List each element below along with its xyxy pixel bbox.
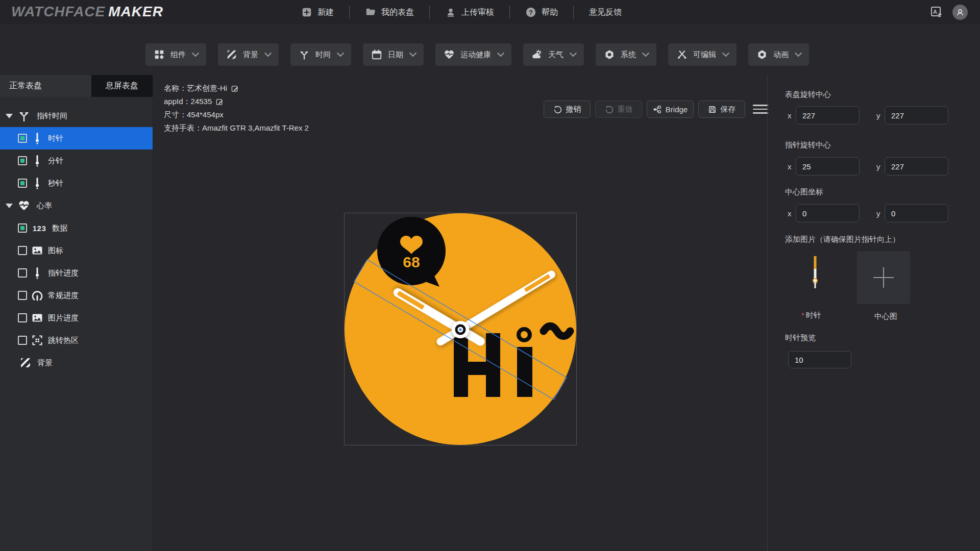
layer-row-normal-progress[interactable]: 常规进度: [0, 284, 153, 307]
layer-row-background[interactable]: 背景: [0, 352, 153, 374]
layer-row-icon[interactable]: 图标: [0, 239, 153, 262]
hand-center-y-input[interactable]: [885, 157, 948, 176]
topbar-right: A: [930, 0, 968, 24]
visibility-checkbox[interactable]: [18, 156, 27, 165]
redo-label: 重做: [618, 105, 633, 114]
hour-hand-image: [789, 251, 842, 304]
layers-sidebar: 正常表盘 息屏表盘 指针时间 时针 分针 秒针: [0, 75, 153, 551]
toolbar-background-label: 背景: [243, 50, 258, 60]
nav-my-watchfaces-label: 我的表盘: [381, 7, 414, 18]
toolbar-background-button[interactable]: 背景: [218, 43, 279, 66]
center-image-slot-label: 中心图: [874, 312, 897, 321]
tab-aod-watchface[interactable]: 息屏表盘: [91, 75, 153, 97]
user-avatar[interactable]: [952, 5, 968, 20]
visibility-checkbox[interactable]: [18, 179, 27, 188]
nav-help-label: 帮助: [542, 7, 558, 18]
chevron-down-icon: [722, 49, 729, 57]
nav-feedback[interactable]: 意见反馈: [574, 0, 637, 24]
caret-down-icon[interactable]: [6, 204, 13, 208]
edit-tools-icon: [676, 49, 688, 60]
nav-help[interactable]: ? 帮助: [510, 0, 573, 24]
group-heart-rate[interactable]: 心率: [0, 194, 153, 217]
layer-row-jump-hotspot[interactable]: 跳转热区: [0, 329, 153, 352]
toolbar-components-button[interactable]: 组件: [145, 43, 206, 66]
required-mark: *: [801, 311, 804, 319]
person-icon: [955, 8, 965, 17]
center-image-y-input[interactable]: [885, 204, 948, 222]
menu-icon[interactable]: [753, 102, 768, 117]
hotspot-icon: [31, 334, 43, 346]
visibility-checkbox[interactable]: [18, 268, 27, 278]
caret-down-icon[interactable]: [6, 114, 13, 118]
bridge-icon: [653, 105, 662, 114]
visibility-checkbox[interactable]: [18, 223, 27, 233]
heart-icon: [444, 49, 455, 60]
hand-center-x-input[interactable]: [796, 157, 860, 176]
chevron-down-icon: [264, 49, 272, 57]
edit-icon[interactable]: [216, 98, 224, 106]
topbar: WATCHFACEMAKER 新建 我的表盘 上传审核 ? 帮助: [0, 0, 980, 24]
nav-my-watchfaces[interactable]: 我的表盘: [350, 0, 429, 24]
toolbar-weather-button[interactable]: 天气: [523, 43, 584, 66]
toolbar-date-button[interactable]: 日期: [363, 43, 424, 66]
translate-icon[interactable]: A: [930, 6, 943, 19]
nav-new-label: 新建: [317, 7, 334, 18]
layer-row-pointer-progress[interactable]: 指针进度: [0, 262, 153, 284]
layer-row-minute-hand[interactable]: 分针: [0, 149, 153, 172]
undo-button[interactable]: 撤销: [544, 101, 591, 118]
layer-row-image-progress[interactable]: 图片进度: [0, 307, 153, 329]
add-center-image-button[interactable]: [857, 251, 910, 304]
logo-primary: WATCHFACE: [11, 4, 105, 19]
toolbar-editable-button[interactable]: 可编辑: [668, 43, 737, 66]
stripes-icon: [19, 357, 32, 369]
bridge-button[interactable]: Bridge: [647, 101, 694, 118]
toolbar-sport-health-label: 运动健康: [460, 50, 491, 60]
hand-center-label: 指针旋转中心: [785, 140, 831, 150]
redo-button[interactable]: 重做: [595, 101, 642, 118]
dial-center-x-input[interactable]: [796, 106, 860, 124]
watchface-canvas[interactable]: 68: [344, 213, 577, 445]
hand-preview-input[interactable]: [788, 351, 851, 368]
layer-tree: 指针时间 时针 分针 秒针 心率: [0, 105, 153, 374]
rotation-center-dot: [459, 328, 461, 331]
layer-row-data[interactable]: 123 数据: [0, 217, 153, 239]
save-button[interactable]: 保存: [698, 101, 745, 118]
toolbar-time-button[interactable]: 时间: [290, 43, 351, 66]
edit-icon[interactable]: [231, 85, 239, 92]
nut-icon: [604, 49, 615, 60]
calendar-icon: [371, 49, 382, 60]
toolbar-sport-health-button[interactable]: 运动健康: [435, 43, 511, 66]
visibility-checkbox[interactable]: [18, 291, 27, 300]
layer-row-second-hand[interactable]: 秒针: [0, 172, 153, 194]
toolbar-system-button[interactable]: 系统: [596, 43, 656, 66]
visibility-checkbox[interactable]: [18, 336, 27, 345]
grid-icon: [154, 49, 165, 60]
nav-new[interactable]: 新建: [286, 0, 349, 24]
toolbar-system-label: 系统: [621, 50, 636, 60]
nav-upload-review-label: 上传审核: [461, 7, 494, 18]
toolbar-components-label: 组件: [170, 50, 186, 60]
visibility-checkbox[interactable]: [18, 134, 27, 143]
layer-row-hour-hand[interactable]: 时针: [0, 127, 153, 149]
toolbar-animation-button[interactable]: 动画: [748, 43, 809, 66]
tab-normal-watchface[interactable]: 正常表盘: [0, 75, 91, 97]
hand-image-thumbnail[interactable]: [789, 251, 842, 304]
dial-center-label: 表盘旋转中心: [785, 90, 831, 99]
axis-y-label: y: [876, 162, 880, 171]
watchface-preview: 68: [345, 213, 576, 445]
needle-icon: [31, 132, 43, 144]
needle-icon: [31, 267, 43, 279]
group-pointer-time[interactable]: 指针时间: [0, 105, 153, 127]
center-image-x-input[interactable]: [796, 204, 860, 222]
visibility-checkbox[interactable]: [18, 313, 27, 322]
save-label: 保存: [721, 105, 736, 114]
component-toolbar: 组件 背景 时间 日期 运动健康 天气 系统 可编辑: [145, 43, 809, 66]
nav-upload-review[interactable]: 上传审核: [430, 0, 509, 24]
layer-minute-label: 分针: [48, 156, 63, 166]
app-logo: WATCHFACEMAKER: [11, 4, 163, 20]
stripes-icon: [226, 49, 237, 60]
visibility-checkbox[interactable]: [18, 246, 27, 255]
watchface-info: 名称：艺术创意-Hi appId：24535 尺寸：454*454px 支持手表…: [164, 82, 309, 135]
dial-center-y-input[interactable]: [885, 106, 948, 124]
save-icon: [708, 105, 717, 114]
